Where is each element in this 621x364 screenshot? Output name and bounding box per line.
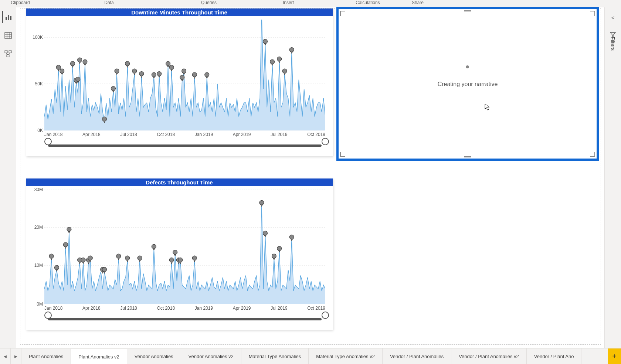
bar-chart-icon [5,13,13,21]
svg-point-64 [178,258,183,262]
svg-point-24 [111,86,115,91]
y-tick: 50K [35,81,44,86]
x-tick: Jan 2019 [195,132,213,137]
time-range-slider[interactable] [48,318,322,320]
x-tick: Oct 2018 [157,306,175,311]
add-page-button[interactable]: + [608,348,621,364]
page-tab[interactable]: Plant Anomalies [21,348,71,364]
svg-point-61 [169,258,174,262]
svg-point-52 [81,258,85,262]
svg-point-65 [192,256,197,260]
page-tab[interactable]: Vendor / Plant Ano [527,348,582,364]
model-view-button[interactable] [2,48,14,60]
x-tick: Apr 2019 [233,306,251,311]
slider-handle-start[interactable] [44,138,52,145]
y-tick: 0M [37,302,44,307]
x-axis: Jan 2018 Apr 2018 Jul 2018 Oct 2018 Jan … [44,306,325,311]
svg-point-36 [205,72,209,77]
x-tick: Oct 2019 [307,306,325,311]
smart-narrative-visual[interactable]: Creating your narrative [336,7,599,161]
svg-point-69 [277,246,282,251]
svg-point-54 [88,256,92,260]
x-tick: Jul 2019 [271,306,287,311]
svg-point-50 [67,227,71,232]
time-range-slider[interactable] [48,144,322,147]
svg-point-34 [182,69,186,73]
svg-point-35 [192,72,197,77]
svg-point-17 [60,69,64,73]
resize-handle-tr[interactable] [590,11,595,16]
chart-svg [44,20,325,130]
resize-handle-tl[interactable] [340,11,345,16]
downtime-chart-visual[interactable]: Downtime Minutes Throughout Time 100K 50… [26,8,333,156]
filters-pane-label[interactable]: Filters [610,37,616,51]
page-tab[interactable]: Plant Anomalies v2 [71,348,127,364]
ribbon-group-labels: Clipboard Data Queries Insert Calculatio… [0,0,621,8]
ribbon-group-calculations: Calculations [336,0,399,5]
svg-point-23 [102,117,107,121]
slider-handle-end[interactable] [322,138,329,145]
y-tick: 0K [37,128,44,133]
data-view-button[interactable] [2,30,14,41]
x-tick: Apr 2019 [233,132,251,137]
svg-point-57 [116,254,121,258]
svg-point-32 [169,65,174,69]
view-nav-rail [0,7,17,348]
svg-point-31 [166,61,170,66]
ribbon-group-data: Data [41,0,177,5]
svg-point-21 [78,58,82,62]
svg-point-38 [263,39,267,44]
svg-point-22 [83,59,87,64]
chart-plot-area: 100K 50K 0K [44,20,325,130]
tab-nav-next[interactable]: ► [11,348,21,364]
page-tab[interactable]: Material Type Anomalies v2 [309,348,383,364]
resize-handle-bottom[interactable] [464,156,471,157]
chart-title: Downtime Minutes Throughout Time [26,8,333,16]
table-icon [4,32,12,39]
tab-nav-prev[interactable]: ◄ [0,348,11,364]
svg-point-26 [125,61,130,66]
expand-pane-button[interactable]: < [611,15,614,21]
report-canvas[interactable]: Downtime Minutes Throughout Time 100K 50… [16,7,605,348]
svg-point-70 [289,235,294,239]
page-tab[interactable]: Vendor / Plant Anomalies v2 [451,348,527,364]
svg-point-20 [76,77,80,82]
svg-rect-2 [10,16,11,20]
resize-handle-top[interactable] [464,10,471,11]
page-tab[interactable]: Vendor Anomalies v2 [181,348,241,364]
narrative-loading: Creating your narrative [438,65,498,88]
svg-rect-9 [9,51,11,53]
svg-point-27 [132,69,137,73]
y-tick: 20M [34,225,44,230]
svg-point-56 [102,267,107,272]
resize-handle-br[interactable] [590,152,595,157]
svg-point-41 [282,69,287,73]
resize-handle-bl[interactable] [340,152,345,157]
loading-dot-icon [466,65,469,68]
svg-rect-8 [5,51,7,53]
svg-point-68 [272,254,276,258]
slider-handle-end[interactable] [322,312,329,319]
report-view-button[interactable] [2,11,15,23]
ribbon-group-queries: Queries [177,0,240,5]
svg-point-25 [115,69,119,73]
narrative-loading-text: Creating your narrative [438,81,498,87]
svg-point-39 [270,59,275,64]
ribbon-group-clipboard: Clipboard [0,0,41,5]
page-tab[interactable]: Vendor Anomalies [127,348,181,364]
svg-point-33 [180,75,184,80]
svg-rect-3 [5,33,11,38]
svg-point-59 [138,256,142,260]
svg-rect-1 [8,15,9,20]
page-tab[interactable]: Vendor / Plant Anomalies [383,348,451,364]
y-tick: 100K [33,35,44,40]
defects-chart-visual[interactable]: Defects Throughout Time 30M 20M 10M 0M J… [26,178,333,330]
right-pane-collapsed: < Filters [604,7,621,348]
svg-line-11 [6,53,8,55]
svg-point-28 [139,72,144,76]
page-tab[interactable]: Material Type Anomalies [241,348,309,364]
report-page: Downtime Minutes Throughout Time 100K 50… [20,8,601,345]
slider-handle-start[interactable] [44,312,52,319]
x-axis: Jan 2018 Apr 2018 Jul 2018 Oct 2018 Jan … [44,132,325,137]
x-tick: Jan 2019 [195,306,213,311]
